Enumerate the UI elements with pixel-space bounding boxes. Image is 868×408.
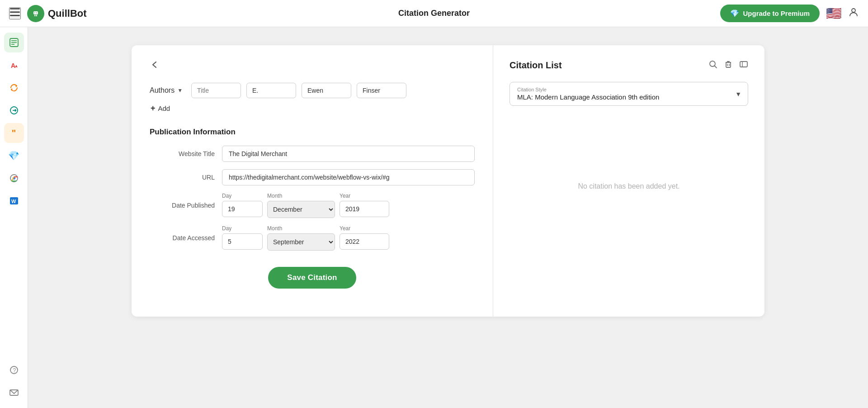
sidebar-item-grammar[interactable]: A <box>4 55 24 75</box>
month-label-acc: Month <box>267 225 335 232</box>
plus-icon: + <box>151 104 156 113</box>
published-month-select[interactable]: JanuaryFebruaryMarch AprilMayJune JulyAu… <box>267 201 335 218</box>
svg-line-26 <box>715 66 717 68</box>
publication-info-section: Publication Information Website Title UR… <box>150 128 475 251</box>
menu-button[interactable] <box>9 7 21 19</box>
date-accessed-group: Day Month JanuaryFebruaryMarch AprilMayJ… <box>222 225 389 251</box>
sidebar-item-citation[interactable]: " <box>4 123 24 143</box>
accessed-year-input[interactable] <box>340 233 389 250</box>
accessed-month-select[interactable]: JanuaryFebruaryMarch AprilMayJune JulyAu… <box>267 233 335 251</box>
day-label-acc: Day <box>222 225 263 232</box>
sidebar-item-plagiarism[interactable] <box>4 100 24 120</box>
main-layout: A " 💎 W ? <box>0 27 868 408</box>
authors-label[interactable]: Authors ▼ <box>150 86 186 95</box>
published-day-input[interactable] <box>222 201 263 217</box>
author-last-field[interactable] <box>357 83 406 98</box>
flag-icon[interactable]: 🇺🇸 <box>826 6 842 21</box>
citation-list-actions <box>708 60 748 71</box>
url-input[interactable] <box>222 169 475 185</box>
sidebar-item-premium[interactable]: 💎 <box>4 146 24 166</box>
sidebar-item-chrome[interactable] <box>4 168 24 188</box>
upgrade-label: Upgrade to Premium <box>743 9 810 17</box>
citation-style-chevron-icon: ▼ <box>735 90 741 98</box>
add-author-button[interactable]: + Add <box>151 104 170 113</box>
authors-section: Authors ▼ <box>150 83 475 98</box>
website-title-input[interactable] <box>222 146 475 162</box>
sidebar-item-help[interactable]: ? <box>4 360 24 380</box>
svg-text:A: A <box>11 62 15 69</box>
nav-left: QuillBot <box>9 5 87 22</box>
logo-text: QuillBot <box>48 8 87 19</box>
page-title: Citation Generator <box>398 9 470 18</box>
url-label: URL <box>150 174 222 181</box>
left-panel: Authors ▼ + Add Publication Information <box>132 45 493 317</box>
svg-point-7 <box>34 12 35 13</box>
svg-point-8 <box>36 12 37 13</box>
authors-text: Authors <box>150 86 175 95</box>
published-year-input[interactable] <box>340 201 389 217</box>
accessed-day-input[interactable] <box>222 233 263 250</box>
citation-list-title: Citation List <box>509 60 562 71</box>
pub-info-title: Publication Information <box>150 128 475 137</box>
logo: QuillBot <box>27 5 87 22</box>
sidebar: A " 💎 W ? <box>0 27 28 408</box>
svg-rect-6 <box>36 15 38 16</box>
svg-text:W: W <box>11 199 16 204</box>
url-row: URL <box>150 169 475 185</box>
delete-button[interactable] <box>724 60 733 71</box>
website-title-label: Website Title <box>150 150 222 157</box>
authors-chevron-icon: ▼ <box>177 87 183 94</box>
svg-rect-30 <box>740 62 747 67</box>
citation-style-selector[interactable]: Citation Style MLA: Modern Language Asso… <box>509 82 748 106</box>
accessed-month-group: Month JanuaryFebruaryMarch AprilMayJune … <box>267 225 335 251</box>
accessed-year-group: Year <box>340 225 389 250</box>
published-month-group: Month JanuaryFebruaryMarch AprilMayJune … <box>267 193 335 218</box>
date-accessed-row: Date Accessed Day Month JanuaryFebruaryM… <box>150 225 475 251</box>
upgrade-button[interactable]: 💎 Upgrade to Premium <box>720 5 820 22</box>
add-label: Add <box>158 104 170 112</box>
author-first-field[interactable] <box>246 83 296 98</box>
day-label-pub: Day <box>222 193 263 199</box>
nav-right: 💎 Upgrade to Premium 🇺🇸 <box>720 5 859 22</box>
website-title-row: Website Title <box>150 146 475 162</box>
search-button[interactable] <box>708 60 717 71</box>
sidebar-item-paraphraser[interactable] <box>4 78 24 98</box>
svg-rect-27 <box>726 62 731 67</box>
sidebar-item-mail[interactable] <box>4 383 24 403</box>
svg-text:?: ? <box>13 367 16 374</box>
citation-list-header: Citation List <box>509 60 748 71</box>
logo-icon <box>27 5 44 22</box>
save-citation-row: Save Citation <box>150 267 475 289</box>
diamond-icon: 💎 <box>730 9 739 18</box>
empty-state: No citation has been added yet. <box>509 119 748 254</box>
citation-style-label: Citation Style <box>517 87 741 92</box>
year-label-pub: Year <box>340 193 389 199</box>
svg-rect-2 <box>10 15 20 16</box>
date-published-row: Date Published Day Month JanuaryFebruary… <box>150 193 475 218</box>
sidebar-item-summarizer[interactable] <box>4 33 24 52</box>
main-card: Authors ▼ + Add Publication Information <box>132 45 764 317</box>
month-label-pub: Month <box>267 193 335 199</box>
sidebar-item-word[interactable]: W <box>4 191 24 211</box>
svg-rect-1 <box>10 12 20 13</box>
export-button[interactable] <box>739 60 748 71</box>
content-area: Authors ▼ + Add Publication Information <box>28 27 868 408</box>
year-label-acc: Year <box>340 225 389 232</box>
svg-rect-0 <box>10 8 20 9</box>
right-panel: Citation List Citation Sty <box>493 45 764 317</box>
accessed-day-group: Day <box>222 225 263 250</box>
svg-rect-4 <box>33 11 38 14</box>
published-year-group: Year <box>340 193 389 217</box>
back-button[interactable] <box>150 60 160 72</box>
date-accessed-label: Date Accessed <box>150 234 222 242</box>
published-day-group: Day <box>222 193 263 217</box>
author-middle-field[interactable] <box>302 83 351 98</box>
save-citation-button[interactable]: Save Citation <box>268 267 356 289</box>
citation-style-value: MLA: Modern Language Association 9th edi… <box>517 93 741 101</box>
author-title-field[interactable] <box>191 83 241 98</box>
user-icon[interactable] <box>848 7 859 20</box>
svg-rect-5 <box>34 15 36 16</box>
date-published-label: Date Published <box>150 202 222 209</box>
top-navigation: QuillBot Citation Generator 💎 Upgrade to… <box>0 0 868 27</box>
sidebar-bottom: ? <box>4 360 24 403</box>
